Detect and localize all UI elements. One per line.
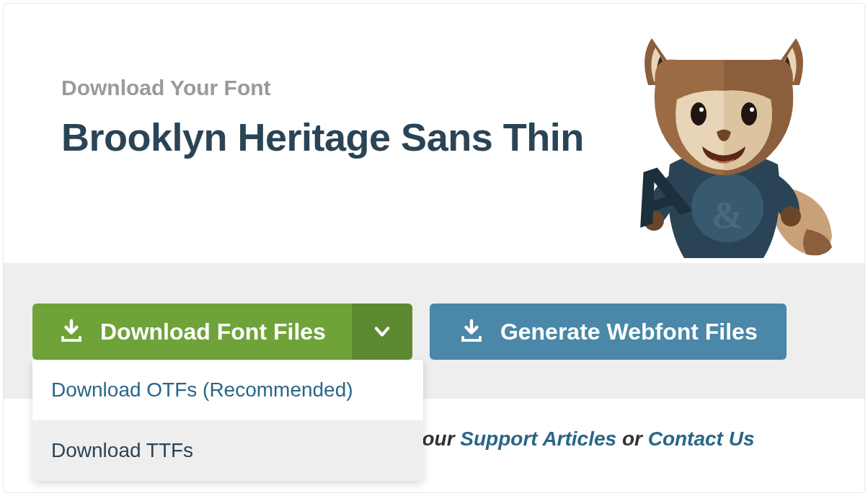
svg-point-11 [469, 340, 470, 341]
download-font-files-label: Download Font Files [100, 319, 326, 345]
svg-point-7 [750, 107, 754, 112]
dropdown-item-ttf[interactable]: Download TTFs [32, 420, 423, 481]
svg-text:&: & [712, 195, 743, 236]
download-icon [459, 319, 484, 345]
svg-point-10 [465, 340, 466, 341]
svg-point-5 [741, 102, 757, 125]
download-icon [58, 319, 84, 345]
download-split-button: Download Font Files Download OTFs (Recom… [32, 304, 412, 355]
download-font-files-button[interactable]: Download Font Files [32, 304, 352, 360]
svg-point-3 [781, 206, 801, 226]
mascot-illustration: & [583, 20, 843, 265]
footer-or: or [616, 428, 648, 450]
contact-us-link[interactable]: Contact Us [648, 428, 755, 450]
generate-webfont-label: Generate Webfont Files [500, 319, 758, 345]
svg-point-6 [699, 107, 704, 112]
dropdown-item-otf[interactable]: Download OTFs (Recommended) [32, 360, 423, 420]
svg-point-4 [691, 102, 707, 125]
download-dropdown-toggle[interactable] [352, 304, 412, 360]
download-dropdown-menu: Download OTFs (Recommended) Download TTF… [32, 360, 423, 481]
support-articles-link[interactable]: Support Articles [460, 428, 616, 450]
chevron-down-icon [372, 322, 392, 342]
generate-webfont-button[interactable]: Generate Webfont Files [430, 304, 787, 360]
svg-point-8 [65, 340, 66, 341]
svg-point-9 [68, 340, 70, 341]
